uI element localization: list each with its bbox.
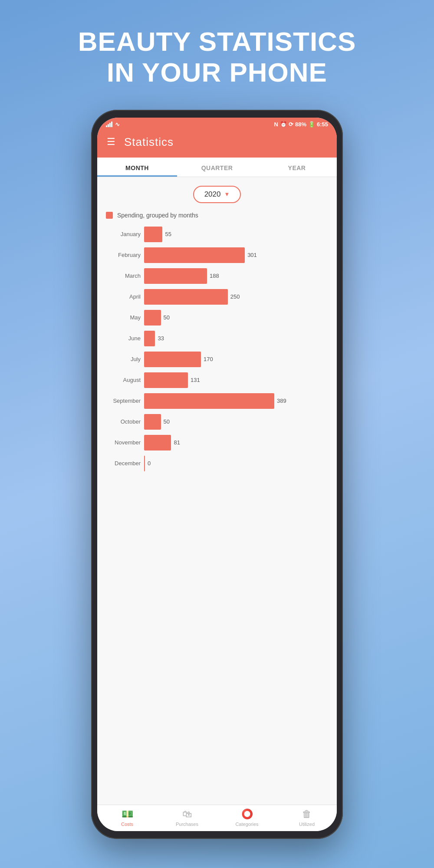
- nav-item-purchases[interactable]: 🛍Purchases: [157, 809, 217, 827]
- chart-row: October50: [106, 414, 328, 430]
- chart-legend: Spending, grouped by months: [106, 212, 328, 219]
- chart-row: March188: [106, 268, 328, 284]
- month-label: February: [106, 252, 141, 258]
- bar-value: 188: [210, 273, 219, 279]
- tabs-bar: MONTH QUARTER YEAR: [97, 158, 337, 177]
- signal-icon: [106, 121, 112, 127]
- bar-value: 131: [191, 377, 200, 383]
- bar-container: 50: [144, 310, 328, 326]
- chart-row: May50: [106, 310, 328, 326]
- month-label: April: [106, 293, 141, 300]
- chart-row: July170: [106, 352, 328, 367]
- nav-icon-categories: ⭕: [241, 809, 253, 820]
- bar-value: 0: [148, 460, 151, 467]
- month-label: May: [106, 314, 141, 321]
- bar-container: 250: [144, 289, 328, 305]
- menu-icon[interactable]: ☰: [107, 136, 115, 148]
- phone-screen: ∿ N ⏰ ⟳ 88% 🔋 6:55 ☰ Statistics MONTH QU…: [97, 118, 337, 831]
- status-left: ∿: [106, 121, 120, 128]
- bar: [144, 372, 188, 388]
- nav-label-costs: Costs: [121, 822, 133, 827]
- clock: 6:55: [317, 121, 328, 128]
- nav-label-utilized: Utilized: [299, 822, 315, 827]
- status-bar: ∿ N ⏰ ⟳ 88% 🔋 6:55: [97, 118, 337, 129]
- bottom-nav: 💵Costs🛍Purchases⭕Categories🗑Utilized: [97, 805, 337, 831]
- main-content: 2020 ▼ Spending, grouped by months Janua…: [97, 177, 337, 805]
- nav-icon-costs: 💵: [122, 809, 133, 820]
- month-label: September: [106, 398, 141, 404]
- bar-value: 33: [158, 335, 164, 342]
- legend-color-swatch: [106, 212, 113, 219]
- chart-row: August131: [106, 372, 328, 388]
- nfc-icon: N: [274, 121, 278, 128]
- rotate-icon: ⟳: [289, 121, 293, 128]
- chart-row: January55: [106, 227, 328, 242]
- bar: [144, 247, 245, 263]
- bar-container: 131: [144, 372, 328, 388]
- app-title: Statistics: [124, 135, 174, 149]
- bar-container: 170: [144, 352, 328, 367]
- bar: [144, 456, 145, 471]
- month-label: August: [106, 377, 141, 383]
- bar: [144, 227, 162, 242]
- bar-container: 389: [144, 393, 328, 409]
- bar-container: 33: [144, 331, 328, 346]
- battery-icon: 🔋: [308, 121, 315, 128]
- chart-row: April250: [106, 289, 328, 305]
- month-label: January: [106, 231, 141, 237]
- bar-container: 55: [144, 227, 328, 242]
- bar-value: 55: [165, 231, 171, 237]
- year-selector: 2020 ▼: [106, 186, 328, 203]
- nav-label-categories: Categories: [235, 822, 258, 827]
- alarm-icon: ⏰: [280, 121, 287, 128]
- bar-value: 301: [247, 252, 257, 258]
- bar-chart: January55February301March188April250May5…: [106, 227, 328, 471]
- battery-percent: 88%: [295, 121, 306, 128]
- month-label: June: [106, 335, 141, 342]
- nav-item-costs[interactable]: 💵Costs: [97, 809, 157, 827]
- chart-row: June33: [106, 331, 328, 346]
- bar-container: 301: [144, 247, 328, 263]
- year-dropdown[interactable]: 2020 ▼: [193, 186, 241, 203]
- tab-year[interactable]: YEAR: [257, 158, 337, 177]
- month-label: July: [106, 356, 141, 362]
- bar-value: 170: [204, 356, 213, 362]
- year-value: 2020: [204, 190, 221, 199]
- nav-item-categories[interactable]: ⭕Categories: [217, 809, 277, 827]
- tab-month[interactable]: MONTH: [97, 158, 177, 177]
- month-label: December: [106, 460, 141, 467]
- app-header: ☰ Statistics: [97, 129, 337, 158]
- bar-value: 81: [174, 439, 180, 446]
- bar: [144, 352, 201, 367]
- bar-container: 0: [144, 456, 328, 471]
- bar: [144, 289, 228, 305]
- hero-title: BEAUTY STATISTICS IN YOUR PHONE: [78, 26, 356, 88]
- nav-icon-purchases: 🛍: [182, 809, 192, 820]
- bar: [144, 414, 161, 430]
- bar-value: 250: [230, 293, 240, 300]
- nav-item-utilized[interactable]: 🗑Utilized: [277, 809, 337, 827]
- legend-label: Spending, grouped by months: [117, 212, 198, 219]
- month-label: March: [106, 273, 141, 279]
- month-label: November: [106, 439, 141, 446]
- bar-value: 389: [277, 398, 286, 404]
- chart-row: December0: [106, 456, 328, 471]
- nav-label-purchases: Purchases: [176, 822, 198, 827]
- chart-row: September389: [106, 393, 328, 409]
- bar-container: 81: [144, 435, 328, 450]
- wifi-icon: ∿: [115, 121, 120, 128]
- tab-quarter[interactable]: QUARTER: [177, 158, 257, 177]
- bar: [144, 268, 207, 284]
- chevron-down-icon: ▼: [224, 191, 230, 197]
- bar: [144, 435, 171, 450]
- bar-value: 50: [164, 418, 170, 425]
- bar-container: 188: [144, 268, 328, 284]
- bar-value: 50: [164, 314, 170, 321]
- chart-row: February301: [106, 247, 328, 263]
- chart-row: November81: [106, 435, 328, 450]
- bar: [144, 331, 155, 346]
- status-right: N ⏰ ⟳ 88% 🔋 6:55: [274, 121, 328, 128]
- bar: [144, 393, 274, 409]
- nav-icon-utilized: 🗑: [302, 809, 312, 820]
- bar: [144, 310, 161, 326]
